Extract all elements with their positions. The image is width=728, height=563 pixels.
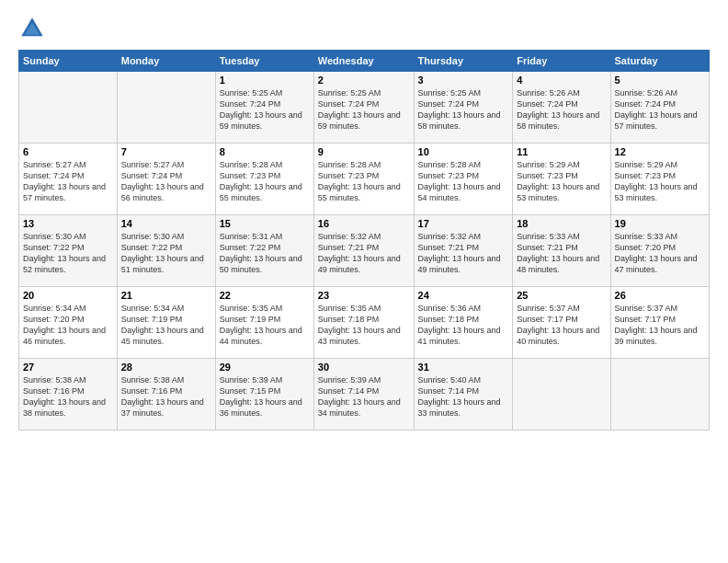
cell-day-number: 23 <box>318 290 410 301</box>
cell-day-number: 27 <box>23 362 113 373</box>
cell-day-number: 18 <box>517 218 606 229</box>
calendar-cell: 23Sunrise: 5:35 AMSunset: 7:18 PMDayligh… <box>313 287 414 359</box>
cell-day-number: 21 <box>121 290 211 301</box>
calendar-cell: 10Sunrise: 5:28 AMSunset: 7:23 PMDayligh… <box>414 144 513 215</box>
cell-day-number: 1 <box>220 75 310 86</box>
cell-day-number: 16 <box>318 218 410 229</box>
cell-info: Sunrise: 5:28 AMSunset: 7:23 PMDaylight:… <box>318 159 410 204</box>
calendar-cell: 30Sunrise: 5:39 AMSunset: 7:14 PMDayligh… <box>313 359 414 431</box>
calendar-cell: 24Sunrise: 5:36 AMSunset: 7:18 PMDayligh… <box>414 287 513 359</box>
calendar-cell: 27Sunrise: 5:38 AMSunset: 7:16 PMDayligh… <box>19 359 118 431</box>
calendar-week-row: 6Sunrise: 5:27 AMSunset: 7:24 PMDaylight… <box>19 144 710 215</box>
calendar-cell: 31Sunrise: 5:40 AMSunset: 7:14 PMDayligh… <box>414 359 513 431</box>
calendar-week-row: 20Sunrise: 5:34 AMSunset: 7:20 PMDayligh… <box>19 287 710 359</box>
calendar-cell: 28Sunrise: 5:38 AMSunset: 7:16 PMDayligh… <box>117 359 215 431</box>
calendar-cell: 13Sunrise: 5:30 AMSunset: 7:22 PMDayligh… <box>19 215 118 287</box>
header-cell: Saturday <box>610 51 709 72</box>
cell-info: Sunrise: 5:38 AMSunset: 7:16 PMDaylight:… <box>121 374 211 419</box>
cell-day-number: 19 <box>615 218 705 229</box>
cell-info: Sunrise: 5:30 AMSunset: 7:22 PMDaylight:… <box>23 231 113 276</box>
cell-info: Sunrise: 5:35 AMSunset: 7:18 PMDaylight:… <box>318 303 410 348</box>
calendar-cell: 18Sunrise: 5:33 AMSunset: 7:21 PMDayligh… <box>513 215 610 287</box>
calendar-cell: 16Sunrise: 5:32 AMSunset: 7:21 PMDayligh… <box>313 215 414 287</box>
calendar-cell: 25Sunrise: 5:37 AMSunset: 7:17 PMDayligh… <box>513 287 610 359</box>
cell-info: Sunrise: 5:26 AMSunset: 7:24 PMDaylight:… <box>615 87 705 132</box>
cell-day-number: 11 <box>517 146 606 157</box>
cell-day-number: 24 <box>418 290 509 301</box>
cell-info: Sunrise: 5:26 AMSunset: 7:24 PMDaylight:… <box>517 87 606 132</box>
cell-day-number: 2 <box>318 75 410 86</box>
header <box>18 15 710 42</box>
calendar-cell: 1Sunrise: 5:25 AMSunset: 7:24 PMDaylight… <box>215 72 313 144</box>
logo-icon <box>18 15 46 42</box>
cell-info: Sunrise: 5:31 AMSunset: 7:22 PMDaylight:… <box>220 231 310 276</box>
cell-day-number: 15 <box>220 218 310 229</box>
calendar-cell: 14Sunrise: 5:30 AMSunset: 7:22 PMDayligh… <box>117 215 215 287</box>
calendar-cell <box>117 72 215 144</box>
cell-info: Sunrise: 5:25 AMSunset: 7:24 PMDaylight:… <box>220 87 310 132</box>
calendar-cell: 4Sunrise: 5:26 AMSunset: 7:24 PMDaylight… <box>513 72 610 144</box>
cell-day-number: 8 <box>220 146 310 157</box>
calendar-cell: 20Sunrise: 5:34 AMSunset: 7:20 PMDayligh… <box>19 287 118 359</box>
calendar-cell: 11Sunrise: 5:29 AMSunset: 7:23 PMDayligh… <box>513 144 610 215</box>
cell-info: Sunrise: 5:39 AMSunset: 7:15 PMDaylight:… <box>220 374 310 419</box>
cell-day-number: 10 <box>418 146 509 157</box>
calendar-cell: 22Sunrise: 5:35 AMSunset: 7:19 PMDayligh… <box>215 287 313 359</box>
cell-info: Sunrise: 5:27 AMSunset: 7:24 PMDaylight:… <box>121 159 211 204</box>
calendar-cell: 21Sunrise: 5:34 AMSunset: 7:19 PMDayligh… <box>117 287 215 359</box>
cell-info: Sunrise: 5:34 AMSunset: 7:20 PMDaylight:… <box>23 303 113 348</box>
header-cell: Monday <box>117 51 215 72</box>
calendar-cell <box>513 359 610 431</box>
header-row: SundayMondayTuesdayWednesdayThursdayFrid… <box>19 51 710 72</box>
logo <box>18 15 50 42</box>
cell-info: Sunrise: 5:34 AMSunset: 7:19 PMDaylight:… <box>121 303 211 348</box>
cell-info: Sunrise: 5:28 AMSunset: 7:23 PMDaylight:… <box>418 159 509 204</box>
cell-day-number: 26 <box>615 290 705 301</box>
calendar-cell <box>19 72 118 144</box>
cell-day-number: 5 <box>615 75 705 86</box>
calendar-cell: 17Sunrise: 5:32 AMSunset: 7:21 PMDayligh… <box>414 215 513 287</box>
calendar-cell: 7Sunrise: 5:27 AMSunset: 7:24 PMDaylight… <box>117 144 215 215</box>
cell-info: Sunrise: 5:39 AMSunset: 7:14 PMDaylight:… <box>318 374 410 419</box>
calendar-cell: 6Sunrise: 5:27 AMSunset: 7:24 PMDaylight… <box>19 144 118 215</box>
cell-day-number: 13 <box>23 218 113 229</box>
calendar-week-row: 1Sunrise: 5:25 AMSunset: 7:24 PMDaylight… <box>19 72 710 144</box>
cell-info: Sunrise: 5:40 AMSunset: 7:14 PMDaylight:… <box>418 374 509 419</box>
calendar-cell: 26Sunrise: 5:37 AMSunset: 7:17 PMDayligh… <box>610 287 709 359</box>
cell-info: Sunrise: 5:37 AMSunset: 7:17 PMDaylight:… <box>517 303 606 348</box>
cell-day-number: 20 <box>23 290 113 301</box>
cell-info: Sunrise: 5:35 AMSunset: 7:19 PMDaylight:… <box>220 303 310 348</box>
cell-day-number: 17 <box>418 218 509 229</box>
cell-info: Sunrise: 5:25 AMSunset: 7:24 PMDaylight:… <box>418 87 509 132</box>
cell-day-number: 29 <box>220 362 310 373</box>
cell-info: Sunrise: 5:37 AMSunset: 7:17 PMDaylight:… <box>615 303 705 348</box>
cell-info: Sunrise: 5:33 AMSunset: 7:20 PMDaylight:… <box>615 231 705 276</box>
calendar-cell <box>610 359 709 431</box>
calendar-week-row: 13Sunrise: 5:30 AMSunset: 7:22 PMDayligh… <box>19 215 710 287</box>
cell-info: Sunrise: 5:29 AMSunset: 7:23 PMDaylight:… <box>615 159 705 204</box>
cell-day-number: 30 <box>318 362 410 373</box>
cell-info: Sunrise: 5:30 AMSunset: 7:22 PMDaylight:… <box>121 231 211 276</box>
cell-info: Sunrise: 5:27 AMSunset: 7:24 PMDaylight:… <box>23 159 113 204</box>
calendar-cell: 29Sunrise: 5:39 AMSunset: 7:15 PMDayligh… <box>215 359 313 431</box>
cell-day-number: 28 <box>121 362 211 373</box>
calendar-cell: 5Sunrise: 5:26 AMSunset: 7:24 PMDaylight… <box>610 72 709 144</box>
header-cell: Tuesday <box>215 51 313 72</box>
header-cell: Friday <box>513 51 610 72</box>
cell-day-number: 7 <box>121 146 211 157</box>
calendar-cell: 19Sunrise: 5:33 AMSunset: 7:20 PMDayligh… <box>610 215 709 287</box>
cell-info: Sunrise: 5:25 AMSunset: 7:24 PMDaylight:… <box>318 87 410 132</box>
cell-day-number: 3 <box>418 75 509 86</box>
cell-info: Sunrise: 5:29 AMSunset: 7:23 PMDaylight:… <box>517 159 606 204</box>
calendar-cell: 15Sunrise: 5:31 AMSunset: 7:22 PMDayligh… <box>215 215 313 287</box>
calendar-cell: 8Sunrise: 5:28 AMSunset: 7:23 PMDaylight… <box>215 144 313 215</box>
cell-day-number: 14 <box>121 218 211 229</box>
cell-info: Sunrise: 5:38 AMSunset: 7:16 PMDaylight:… <box>23 374 113 419</box>
header-cell: Wednesday <box>313 51 414 72</box>
cell-info: Sunrise: 5:32 AMSunset: 7:21 PMDaylight:… <box>318 231 410 276</box>
header-cell: Thursday <box>414 51 513 72</box>
calendar-week-row: 27Sunrise: 5:38 AMSunset: 7:16 PMDayligh… <box>19 359 710 431</box>
cell-info: Sunrise: 5:32 AMSunset: 7:21 PMDaylight:… <box>418 231 509 276</box>
cell-day-number: 12 <box>615 146 705 157</box>
cell-info: Sunrise: 5:36 AMSunset: 7:18 PMDaylight:… <box>418 303 509 348</box>
